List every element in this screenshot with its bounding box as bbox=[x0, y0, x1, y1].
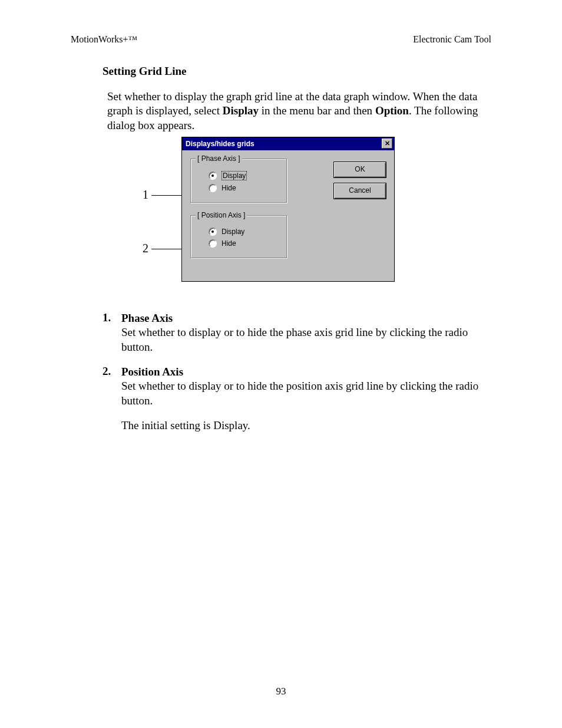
dialog-titlebar[interactable]: Displays/hides grids ✕ bbox=[182, 137, 394, 150]
page-header: MotionWorks+™ Electronic Cam Tool bbox=[71, 34, 491, 45]
description-list: 1. Phase Axis Set whether to display or … bbox=[103, 311, 491, 433]
intro-mid: in the menu bar and then bbox=[259, 104, 375, 117]
radio-selected-icon bbox=[209, 228, 217, 236]
ok-button[interactable]: OK bbox=[334, 162, 386, 177]
position-display-label: Display bbox=[222, 228, 244, 236]
item2-desc: Set whether to display or to hide the po… bbox=[121, 379, 491, 408]
list-item-1: 1. Phase Axis Set whether to display or … bbox=[103, 311, 491, 354]
callout-2: 2 bbox=[143, 242, 148, 255]
grid-dialog: Displays/hides grids ✕ [ Phase Axis ] Di… bbox=[181, 137, 395, 282]
intro-bold-display: Display bbox=[223, 104, 259, 117]
dialog-title: Displays/hides grids bbox=[186, 140, 254, 148]
phase-axis-group: [ Phase Axis ] Display Hide bbox=[190, 159, 287, 203]
item1-num: 1. bbox=[103, 311, 115, 354]
item1-title: Phase Axis bbox=[121, 311, 491, 325]
section-title: Setting Grid Line bbox=[103, 65, 187, 78]
page-number: 93 bbox=[0, 686, 562, 697]
position-hide-label: Hide bbox=[222, 239, 236, 248]
position-display-radio[interactable]: Display bbox=[209, 228, 269, 236]
header-right: Electronic Cam Tool bbox=[413, 34, 491, 45]
phase-display-label: Display bbox=[222, 171, 247, 180]
close-icon: ✕ bbox=[385, 140, 390, 147]
radio-unselected-icon bbox=[209, 239, 217, 248]
position-axis-legend: [ Position Axis ] bbox=[196, 211, 247, 219]
intro-paragraph: Set whether to display the graph grid li… bbox=[107, 90, 491, 133]
intro-bold-option: Option bbox=[375, 104, 409, 117]
phase-hide-label: Hide bbox=[222, 184, 236, 192]
close-button[interactable]: ✕ bbox=[382, 139, 392, 149]
phase-display-radio[interactable]: Display bbox=[209, 171, 269, 180]
item2-title: Position Axis bbox=[121, 365, 491, 379]
radio-selected-icon bbox=[209, 172, 217, 180]
radio-unselected-icon bbox=[209, 184, 217, 192]
button-column: OK Cancel bbox=[334, 159, 386, 199]
list-item-2: 2. Position Axis Set whether to display … bbox=[103, 365, 491, 408]
callout-1: 1 bbox=[143, 188, 148, 202]
position-hide-radio[interactable]: Hide bbox=[209, 239, 269, 248]
phase-hide-radio[interactable]: Hide bbox=[209, 184, 269, 192]
cancel-button[interactable]: Cancel bbox=[334, 183, 386, 199]
position-axis-group: [ Position Axis ] Display Hide bbox=[190, 215, 287, 259]
item1-desc: Set whether to display or to hide the ph… bbox=[121, 325, 491, 354]
header-left: MotionWorks+™ bbox=[71, 34, 137, 45]
item2-num: 2. bbox=[103, 365, 115, 408]
list-note: The initial setting is Display. bbox=[121, 419, 491, 433]
dialog-body: [ Phase Axis ] Display Hide [ Position A… bbox=[182, 150, 394, 281]
groups-column: [ Phase Axis ] Display Hide [ Position A… bbox=[190, 159, 320, 271]
phase-axis-legend: [ Phase Axis ] bbox=[196, 154, 242, 163]
